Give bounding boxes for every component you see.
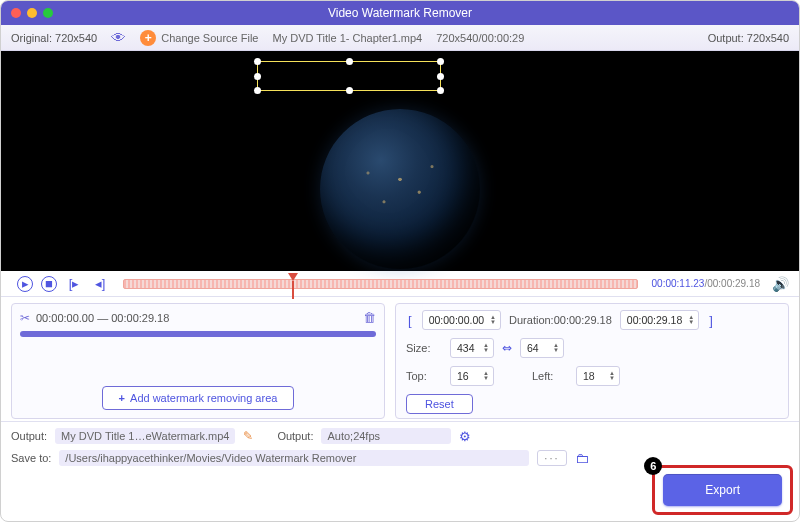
add-watermark-label: Add watermark removing area [130, 392, 277, 404]
height-input[interactable]: 64 ▲▼ [520, 338, 564, 358]
browse-path-button[interactable]: ··· [537, 450, 566, 466]
timeline-region[interactable] [123, 279, 638, 289]
resize-handle-se[interactable] [437, 87, 444, 94]
change-source-label: Change Source File [161, 32, 258, 44]
source-dimensions: 720x540/00:00:29 [436, 32, 524, 44]
resize-handle-sw[interactable] [254, 87, 261, 94]
stepper-icon[interactable]: ▲▼ [481, 343, 491, 353]
set-out-point-button[interactable]: ◂] [91, 275, 109, 293]
clip-item[interactable]: ✂ 00:00:00.00 — 00:00:29.18 🗑 [20, 310, 376, 325]
stepper-icon[interactable]: ▲▼ [488, 315, 498, 325]
size-label: Size: [406, 342, 442, 354]
preview-toggle-icon[interactable]: 👁 [111, 29, 126, 46]
top-input[interactable]: 16 ▲▼ [450, 366, 494, 386]
current-time: 00:00:11.23 [652, 278, 705, 289]
video-preview[interactable] [1, 51, 799, 271]
stepper-icon[interactable]: ▲▼ [607, 371, 617, 381]
scissors-icon: ✂ [20, 311, 30, 325]
play-button[interactable]: ▸ [17, 276, 33, 292]
width-input[interactable]: 434 ▲▼ [450, 338, 494, 358]
clip-duration-bar[interactable] [20, 331, 376, 337]
resize-handle-ne[interactable] [437, 58, 444, 65]
app-window: Video Watermark Remover Original: 720x54… [0, 0, 800, 522]
duration-label: Duration:00:00:29.18 [509, 314, 612, 326]
set-in-point-button[interactable]: [▸ [65, 275, 83, 293]
volume-icon[interactable]: 🔊 [772, 276, 789, 292]
resize-handle-s[interactable] [346, 87, 353, 94]
export-highlight-annotation: 6 Export [652, 465, 793, 515]
save-to-label: Save to: [11, 452, 51, 464]
properties-panel: [ 00:00:00.00 ▲▼ Duration:00:00:29.18 00… [395, 303, 789, 419]
top-label: Top: [406, 370, 442, 382]
stepper-icon[interactable]: ▲▼ [551, 343, 561, 353]
stepper-icon[interactable]: ▲▼ [686, 315, 696, 325]
output-filename-field[interactable]: My DVD Title 1…eWatermark.mp4 [55, 428, 235, 444]
left-input[interactable]: 18 ▲▼ [576, 366, 620, 386]
resize-handle-n[interactable] [346, 58, 353, 65]
total-time: 00:00:29.18 [707, 278, 760, 289]
change-source-button[interactable]: + Change Source File [140, 30, 258, 46]
plus-icon: + [140, 30, 156, 46]
reset-button[interactable]: Reset [406, 394, 473, 414]
step-badge: 6 [644, 457, 662, 475]
format-settings-icon[interactable]: ⚙ [459, 429, 471, 444]
source-filename: My DVD Title 1- Chapter1.mp4 [272, 32, 422, 44]
range-end-input[interactable]: 00:00:29.18 ▲▼ [620, 310, 699, 330]
resize-handle-w[interactable] [254, 73, 261, 80]
output-filename-label: Output: [11, 430, 47, 442]
output-dimensions: Output: 720x540 [708, 32, 789, 44]
plus-icon: + [119, 392, 125, 404]
range-start-input[interactable]: 00:00:00.00 ▲▼ [422, 310, 501, 330]
stepper-icon[interactable]: ▲▼ [481, 371, 491, 381]
original-dimensions: Original: 720x540 [11, 32, 97, 44]
export-button[interactable]: Export [663, 474, 782, 506]
clip-range: 00:00:00.00 — 00:00:29.18 [36, 312, 169, 324]
output-format-field[interactable]: Auto;24fps [321, 428, 451, 444]
title-bar[interactable]: Video Watermark Remover [1, 1, 799, 25]
range-end-bracket-icon[interactable]: ] [707, 313, 715, 328]
resize-handle-nw[interactable] [254, 58, 261, 65]
transport-bar: ▸ ■ [▸ ◂] 00:00:11.23/00:00:29.18 🔊 [1, 271, 799, 297]
playhead-marker[interactable] [288, 273, 298, 281]
left-label: Left: [532, 370, 568, 382]
watermark-selection-box[interactable] [257, 61, 441, 91]
save-path-field[interactable]: /Users/ihappyacethinker/Movies/Video Wat… [59, 450, 529, 466]
time-display: 00:00:11.23/00:00:29.18 [652, 278, 760, 289]
video-frame-content [320, 109, 480, 269]
stop-button[interactable]: ■ [41, 276, 57, 292]
edit-filename-icon[interactable]: ✎ [243, 429, 253, 443]
output-format-label: Output: [277, 430, 313, 442]
timeline-track[interactable] [123, 277, 638, 291]
add-watermark-area-button[interactable]: + Add watermark removing area [102, 386, 295, 410]
range-start-bracket-icon[interactable]: [ [406, 313, 414, 328]
delete-clip-icon[interactable]: 🗑 [363, 310, 376, 325]
open-folder-icon[interactable]: 🗀 [575, 450, 589, 466]
resize-handle-e[interactable] [437, 73, 444, 80]
aspect-lock-icon[interactable]: ⇔ [502, 341, 512, 355]
window-title: Video Watermark Remover [1, 6, 799, 20]
info-toolbar: Original: 720x540 👁 + Change Source File… [1, 25, 799, 51]
clip-list-panel: ✂ 00:00:00.00 — 00:00:29.18 🗑 + Add wate… [11, 303, 385, 419]
